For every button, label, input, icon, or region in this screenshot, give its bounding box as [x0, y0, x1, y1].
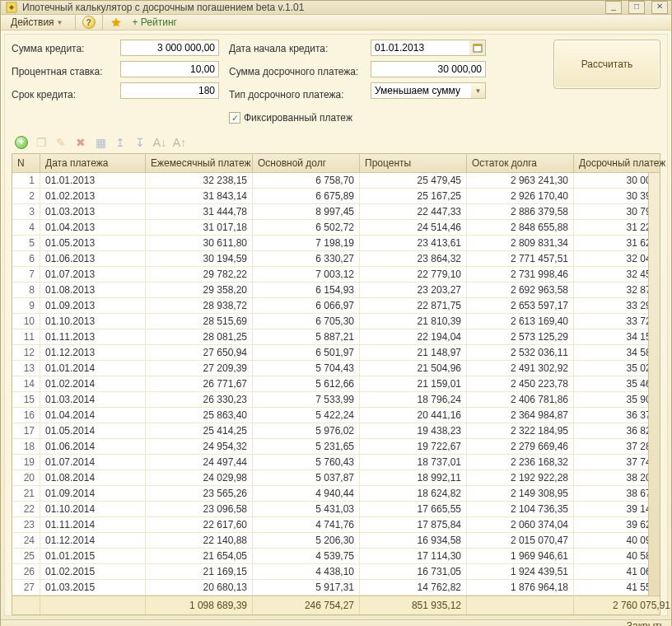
cell-monthly: 21 169,15 [146, 564, 253, 579]
prepay-type-select[interactable] [371, 82, 486, 99]
table-row[interactable]: 2101.09.201423 565,264 940,4418 624,822 … [12, 486, 648, 502]
vertical-scrollbar[interactable] [648, 173, 660, 596]
cell-principal: 5 231,65 [253, 439, 360, 454]
sum-input[interactable] [120, 40, 219, 56]
term-input[interactable] [120, 82, 219, 99]
table-row[interactable]: 2301.11.201422 617,604 741,7617 875,842 … [12, 517, 648, 533]
table-row[interactable]: 1001.10.201328 515,696 705,3021 810,392 … [12, 314, 648, 329]
table-row[interactable]: 2401.12.201422 140,885 206,3016 934,582 … [12, 533, 648, 549]
cell-balance: 1 969 946,61 [467, 549, 574, 563]
cell-balance: 2 573 125,29 [467, 329, 574, 344]
cell-date: 01.04.2013 [40, 220, 146, 235]
separator [102, 15, 103, 30]
move-up-button[interactable]: ↥ [112, 134, 128, 151]
fixed-checkbox[interactable]: ✓ [229, 112, 240, 124]
table-row[interactable]: 1701.05.201425 414,255 976,0219 438,232 … [12, 423, 648, 439]
schedule-table: N Дата платежа Ежемесячный платеж Основн… [12, 153, 660, 615]
cell-prepay: 40 584,10 [574, 549, 648, 563]
table-row[interactable]: 101.01.201332 238,156 758,7025 479,452 9… [12, 173, 648, 189]
sort-asc-button[interactable]: A↓ [152, 134, 168, 151]
cell-monthly: 31 017,18 [146, 220, 253, 235]
col-principal[interactable]: Основной долг [253, 154, 360, 172]
col-interest[interactable]: Проценты [360, 154, 467, 172]
cell-prepay: 41 069,00 [574, 564, 648, 579]
cell-prepay: 37 740,71 [574, 455, 648, 470]
table-row[interactable]: 201.02.201331 843,146 675,8925 167,252 9… [12, 189, 648, 204]
cell-principal: 8 997,45 [253, 204, 360, 219]
cell-monthly: 23 565,26 [146, 486, 253, 501]
cell-balance: 2 450 223,78 [467, 376, 574, 391]
sort-desc-button[interactable]: A↑ [171, 134, 188, 151]
table-row[interactable]: 401.04.201331 017,186 502,7224 514,462 8… [12, 220, 648, 236]
cell-n: 16 [12, 408, 40, 423]
close-button[interactable]: ✕ [651, 1, 668, 14]
table-row[interactable]: 501.05.201330 611,807 198,1923 413,612 8… [12, 236, 648, 251]
label-sum: Сумма кредита: [12, 40, 110, 58]
rate-input[interactable] [120, 61, 219, 77]
table-row[interactable]: 2201.10.201423 096,585 431,0317 665,552 … [12, 502, 648, 517]
col-date[interactable]: Дата платежа [40, 154, 146, 172]
cell-monthly: 28 515,69 [146, 314, 253, 329]
cell-prepay: 35 907,92 [574, 392, 648, 407]
cell-n: 3 [12, 204, 40, 219]
chevron-down-icon[interactable]: ▼ [471, 82, 486, 99]
help-icon[interactable]: ? [82, 16, 96, 29]
table-row[interactable]: 901.09.201328 938,726 066,9722 871,752 6… [12, 298, 648, 314]
label-prepay-type: Тип досрочного платежа: [229, 86, 361, 104]
cell-balance: 2 532 036,11 [467, 345, 574, 360]
edit-row-button[interactable]: ✎ [53, 134, 69, 151]
cell-n: 7 [12, 267, 40, 282]
prepay-sum-input[interactable] [371, 61, 486, 77]
table-row[interactable]: 701.07.201329 782,227 003,1222 779,102 7… [12, 267, 648, 283]
cell-date: 01.08.2013 [40, 283, 146, 297]
copy-row-button[interactable]: ❐ [33, 134, 49, 151]
table-row[interactable]: 1401.02.201426 771,675 612,6621 159,012 … [12, 376, 648, 392]
delete-row-button[interactable]: ✖ [72, 134, 89, 151]
cell-date: 01.11.2014 [40, 517, 146, 532]
maximize-button[interactable]: □ [628, 1, 645, 14]
table-row[interactable]: 1201.12.201327 650,946 501,9721 148,972 … [12, 345, 648, 361]
col-monthly[interactable]: Ежемесячный платеж [146, 154, 253, 172]
col-n[interactable]: N [12, 154, 40, 172]
add-row-button[interactable]: + [13, 134, 30, 151]
calculate-button[interactable]: Рассчитать [553, 40, 660, 89]
actions-menu[interactable]: Действия ▼ [6, 15, 68, 30]
table-row[interactable]: 1801.06.201424 954,325 231,6519 722,672 … [12, 439, 648, 455]
move-down-button[interactable]: ↧ [132, 134, 148, 151]
table-row[interactable]: 2501.01.201521 654,054 539,7517 114,301 … [12, 549, 648, 564]
calendar-icon[interactable] [469, 40, 486, 56]
table-row[interactable]: 301.03.201331 444,788 997,4522 447,332 8… [12, 204, 648, 220]
chevron-down-icon: ▼ [57, 19, 63, 26]
table-row[interactable]: 1101.11.201328 081,255 887,2122 194,042 … [12, 329, 648, 345]
table-row[interactable]: 2601.02.201521 169,154 438,1016 731,051 … [12, 564, 648, 580]
start-date-input[interactable] [371, 40, 486, 56]
cell-interest: 22 447,33 [360, 204, 467, 219]
cell-date: 01.09.2014 [40, 486, 146, 501]
cell-n: 18 [12, 439, 40, 454]
cell-date: 01.01.2014 [40, 361, 146, 376]
table-row[interactable]: 1501.03.201426 330,237 533,9918 796,242 … [12, 392, 648, 408]
table-row[interactable]: 1901.07.201424 497,445 760,4318 737,012 … [12, 455, 648, 470]
cell-interest: 16 731,05 [360, 564, 467, 579]
table-row[interactable]: 2001.08.201424 029,985 037,8718 992,112 … [12, 470, 648, 486]
cell-n: 2 [12, 189, 40, 203]
cell-prepay: 41 558,02 [574, 580, 648, 595]
minimize-button[interactable]: _ [605, 1, 622, 14]
table-row[interactable]: 801.08.201329 358,206 154,9323 203,272 6… [12, 283, 648, 298]
table-row[interactable]: 1301.01.201427 209,395 704,4321 504,962 … [12, 361, 648, 376]
bottom-bar: Закрыть [1, 619, 671, 626]
config-button[interactable]: ▦ [92, 134, 109, 151]
table-row[interactable]: 2701.03.201520 680,135 917,3114 762,821 … [12, 580, 648, 596]
table-body[interactable]: 101.01.201332 238,156 758,7025 479,452 9… [12, 173, 648, 596]
cell-monthly: 25 863,40 [146, 408, 253, 423]
close-link[interactable]: Закрыть [627, 620, 665, 626]
rating-link[interactable]: + Рейтинг [128, 15, 182, 30]
table-row[interactable]: 1601.04.201425 863,405 422,2420 441,162 … [12, 408, 648, 423]
cell-principal: 5 917,31 [253, 580, 360, 595]
cell-n: 5 [12, 236, 40, 250]
col-balance[interactable]: Остаток долга [467, 154, 574, 172]
table-row[interactable]: 601.06.201330 194,596 330,2723 864,322 7… [12, 251, 648, 267]
cell-monthly: 24 954,32 [146, 439, 253, 454]
col-prepay[interactable]: Досрочный платеж [574, 154, 672, 172]
cell-principal: 5 760,43 [253, 455, 360, 470]
